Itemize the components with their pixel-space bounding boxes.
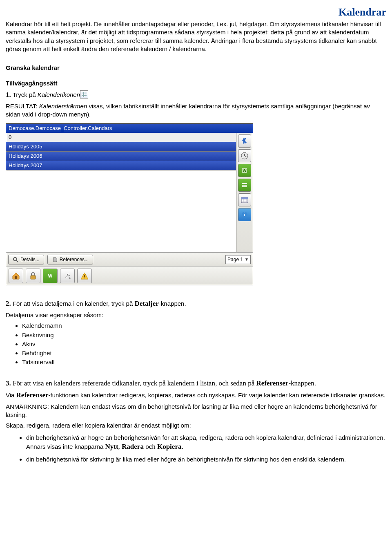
home-icon[interactable]	[9, 269, 23, 283]
clock-icon[interactable]	[238, 149, 251, 162]
step2-suffix: -knappen.	[159, 300, 186, 307]
list-item: din behörighetsnivå för skrivning är lik…	[26, 455, 386, 464]
svg-text:W: W	[48, 273, 53, 278]
step2-text: För att visa detaljerna i en kalender, t…	[11, 300, 135, 307]
radera-label: Radera	[122, 443, 144, 450]
side-toolbar: W i	[236, 133, 253, 252]
bottom-toolbar: W	[6, 267, 253, 285]
references-button[interactable]: References...	[47, 255, 93, 264]
step2-num: 2.	[6, 300, 11, 307]
sep2: och	[144, 443, 157, 450]
green-box-icon[interactable]: W	[238, 164, 251, 177]
via2: -funktionen kan kalendrar redigeras, kop…	[49, 392, 385, 399]
svg-rect-4	[242, 185, 247, 186]
intro-paragraph: Kalendrar hör till ett helt projekt. De …	[6, 20, 386, 53]
list-item: din behörighetsnivå är högre än behörigh…	[26, 434, 386, 451]
details-label: Detaljer	[134, 300, 158, 307]
window-titlebar: Democase.Democase_Controller.Calendars	[6, 124, 253, 133]
skapa-line: Skapa, redigera, radera eller kopiera ka…	[6, 421, 386, 430]
info-icon[interactable]: i	[238, 208, 251, 221]
alert-icon[interactable]	[77, 269, 92, 283]
list-item: Tidsintervall	[22, 358, 386, 366]
svg-rect-15	[84, 278, 85, 278]
sep1: ,	[118, 443, 122, 450]
step2-line2: Detaljerna visar egenskaper såsom:	[6, 311, 386, 319]
step3-suffix: -knappen.	[288, 379, 316, 387]
list-blank-area	[6, 170, 236, 252]
svg-rect-14	[84, 275, 85, 277]
calendar-icon	[80, 90, 88, 99]
conditions-list: din behörighetsnivå är högre än behörigh…	[26, 434, 386, 464]
step1-result: RESULTAT: Kalenderskärmen visas, vilken …	[6, 102, 386, 119]
step1-num: 1.	[6, 91, 11, 99]
references-label: Referenser	[256, 379, 288, 387]
svg-rect-5	[242, 186, 247, 187]
kopiera-label: Kopiera	[157, 443, 182, 450]
step1-text: Tryck på	[11, 91, 38, 98]
tools-icon[interactable]	[60, 269, 75, 283]
list-item: Aktiv	[22, 340, 386, 348]
chevron-down-icon: ▼	[245, 257, 249, 262]
svg-point-10	[13, 258, 17, 261]
page-label: Page 1	[227, 256, 243, 263]
step2: 2. För att visa detaljerna i en kalender…	[6, 299, 386, 309]
calendar-screenshot: Democase.Democase_Controller.Calendars 0…	[6, 123, 253, 285]
lock-icon[interactable]	[26, 269, 40, 283]
runner-icon[interactable]	[238, 134, 251, 148]
via-line: Via Referenser-funktionen kan kalendrar …	[6, 391, 386, 400]
calendar-side-icon[interactable]	[238, 193, 251, 206]
references-button-label: References...	[60, 256, 89, 263]
nytt-label: Nytt	[105, 443, 118, 450]
list-item: Kalendernamn	[22, 322, 386, 330]
details-button-label: Details...	[20, 256, 40, 263]
svg-rect-11	[15, 276, 17, 279]
step3-line: För att visa en kalenders refererade tid…	[11, 379, 256, 387]
section-heading: Granska kalendrar	[6, 64, 386, 72]
green-list-icon[interactable]	[238, 179, 251, 192]
via1: Via	[6, 392, 16, 399]
page-select[interactable]: Page 1▼	[225, 255, 251, 264]
svg-rect-12	[31, 276, 36, 279]
anm-line: ANMÄRKNING: Kalendern kan endast visas o…	[6, 403, 386, 419]
svg-rect-7	[241, 197, 248, 199]
list-item[interactable]: Holidays 2006	[6, 152, 236, 161]
calendar-list: 0 Holidays 2005 Holidays 2006 Holidays 2…	[6, 133, 236, 252]
list-item[interactable]: Holidays 2005	[6, 142, 236, 152]
step1-italic: Kalenderikonen	[38, 91, 80, 98]
list-item: Behörighet	[22, 349, 386, 357]
step3-num: 3.	[6, 379, 11, 387]
list-header-row: 0	[6, 133, 236, 142]
result-label: RESULTAT:	[6, 103, 39, 110]
page-title: Kalendrar	[6, 5, 386, 19]
b1-end: .	[181, 443, 183, 450]
step1: 1. Tryck på Kalenderikonen	[6, 90, 386, 100]
list-item: Beskrivning	[22, 331, 386, 339]
details-button[interactable]: Details...	[8, 255, 44, 264]
green-tool-icon[interactable]: W	[43, 269, 58, 283]
result-italic: Kalenderskärmen	[39, 103, 87, 110]
svg-text:W: W	[243, 168, 247, 173]
list-item[interactable]: Holidays 2007	[6, 161, 236, 170]
b1-a: din behörighetsnivå är högre än behörigh…	[26, 434, 385, 450]
svg-rect-3	[242, 183, 247, 184]
subheading: Tillvägagångssätt	[6, 79, 386, 87]
via-btn: Referenser	[16, 391, 49, 399]
footer-bar: Details... References... Page 1▼	[6, 252, 253, 267]
step3: 3. För att visa en kalenders refererade …	[6, 379, 386, 388]
details-list: Kalendernamn Beskrivning Aktiv Behörighe…	[22, 322, 386, 366]
